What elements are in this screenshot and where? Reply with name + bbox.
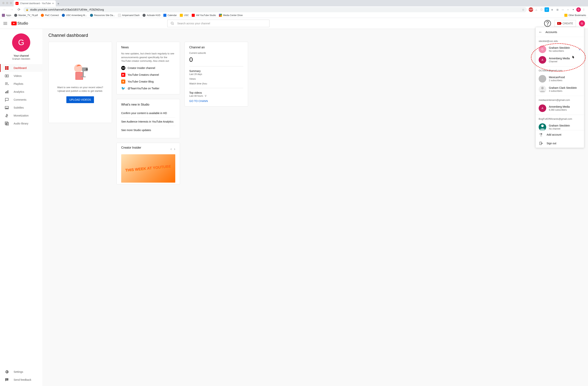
sidebar-item-monetization[interactable]: Monetization [0, 112, 42, 119]
search-input[interactable]: Search across your channel [167, 20, 270, 27]
account-avatar-icon [539, 123, 546, 130]
news-link-creator-blog[interactable]: B YouTube Creator Blog [121, 79, 175, 84]
news-link-creator-insider[interactable]: C/I Creator Insider channel [121, 66, 175, 70]
u-ext-icon[interactable]: U [545, 7, 549, 12]
creator-insider-title: Creator Insider [121, 146, 141, 149]
channel-block: G Your channel Graham Stecklein [0, 32, 42, 64]
other-bookmarks[interactable]: Other Bookmarks [564, 14, 586, 17]
nav-reload-icon[interactable]: ⟳ [16, 7, 21, 12]
browser-tab[interactable]: Channel dashboard - YouTube × [14, 0, 56, 6]
accounts-header: ← Accounts [536, 27, 584, 37]
channel-avatar[interactable]: G [12, 33, 30, 52]
account-group: BogFullOfWizards@gmail.com Graham Steckl… [536, 115, 584, 130]
bookmark-item[interactable]: Media Center Drive [219, 14, 243, 17]
bookmark-item[interactable]: Calendar [163, 14, 177, 17]
whats-new-item[interactable]: See more Studio updates [121, 126, 175, 134]
sidebar-item-subtitles[interactable]: Subtitles [0, 104, 42, 112]
drive-ext-icon[interactable]: △ [534, 7, 538, 12]
bookmark-bar: Apps Mander_TV_78.pdf PwC Connect USC An… [0, 13, 588, 18]
svg-point-3 [547, 25, 548, 25]
account-email: GCSteck@gmail.com [539, 68, 581, 74]
help-icon[interactable] [544, 20, 551, 27]
sidebar-item-audio[interactable]: Audio library [0, 119, 42, 127]
account-row[interactable]: Graham Stecklein No channel [539, 122, 581, 130]
go-to-analytics-link[interactable]: GO TO CHANN [189, 99, 208, 102]
bookmark-item[interactable]: USC Annenberg M... [62, 14, 87, 17]
views-row: Views [189, 77, 243, 80]
traffic-light-max[interactable] [10, 2, 12, 4]
traffic-light-close[interactable] [2, 2, 4, 4]
svg-rect-15 [6, 91, 7, 93]
grid-ext-icon[interactable]: ▦ [555, 7, 560, 12]
analytics-title: Channel an [189, 46, 243, 49]
info-ext-icon[interactable]: ⓘ [539, 7, 544, 12]
bookmark-item[interactable]: Ampersand Dash [118, 14, 140, 17]
profile-ext-icon[interactable]: G [576, 7, 581, 12]
tab-close-icon[interactable]: × [52, 2, 54, 5]
sidebar-item-feedback[interactable]: Send feedback [0, 376, 42, 384]
nav-forward-icon[interactable]: → [9, 7, 14, 12]
news-link-twitter[interactable]: 🐦 @TeamYouTube on Twitter [121, 86, 175, 91]
apps-bookmark[interactable]: Apps [2, 14, 11, 17]
camera-ext-icon[interactable]: ◉ [550, 7, 554, 12]
sidebar-item-playlists[interactable]: Playlists [0, 80, 42, 88]
sidebar-item-dashboard[interactable]: Dashboard [0, 64, 42, 72]
summary-period: Last 28 days [189, 73, 243, 76]
whats-new-item[interactable]: See Audience Interests in YouTube Analyt… [121, 117, 175, 126]
svg-rect-18 [6, 108, 7, 108]
account-avatar-icon: A [539, 56, 546, 64]
window-ext-icon[interactable]: ▭ [560, 7, 565, 12]
news-link-youtube-creators[interactable]: ▶ YouTube Creators channel [121, 73, 175, 77]
audio-library-icon [4, 121, 9, 126]
bookmark-item[interactable]: USC [180, 14, 189, 17]
sidebar-item-analytics[interactable]: Analytics [0, 88, 42, 96]
chevron-left-icon[interactable]: ‹ [170, 147, 172, 151]
bookmark-item[interactable]: Activate HUD [143, 14, 160, 17]
whats-new-title: What's new in Studio [121, 103, 175, 106]
creator-thumbnail[interactable]: THIS WEEK AT YOUTUBE [121, 154, 175, 183]
hamburger-menu-icon[interactable] [3, 21, 8, 26]
studio-logo[interactable]: Studio [11, 21, 28, 25]
dashboard-icon [4, 66, 9, 70]
account-email: mediacenterann@gmail.com [539, 98, 581, 103]
chevron-right-icon[interactable]: › [174, 147, 175, 151]
bookmark-item[interactable]: Mander_TV_78.pdf [14, 14, 38, 17]
svg-marker-9 [6, 75, 7, 77]
arrow-ext-icon[interactable]: » [566, 7, 570, 12]
address-bar-row: ← → ⟳ 🔒 studio.youtube.com/channel/UCBaG… [0, 6, 588, 13]
twitter-icon: 🐦 [121, 86, 125, 91]
account-row[interactable]: Graham Clark Stecklein 3 subscribers [539, 84, 581, 95]
account-row[interactable]: G Graham Stecklein No subscribers ✓ [539, 44, 581, 55]
back-arrow-icon[interactable]: ← [539, 30, 543, 34]
tab-strip: Channel dashboard - YouTube × + [0, 0, 588, 6]
new-tab-button[interactable]: + [56, 1, 61, 6]
bookmark-item[interactable]: AM YouTube Studio [192, 14, 216, 17]
sidebar-item-comments[interactable]: Comments [0, 96, 42, 104]
svg-rect-16 [8, 90, 8, 93]
sidebar-item-videos[interactable]: Videos [0, 72, 42, 80]
puzzle-ext-icon[interactable]: ✦ [571, 7, 575, 12]
create-button[interactable]: + CREATE [554, 20, 576, 27]
account-group: mediacenterann@gmail.com A Annenberg Med… [536, 96, 584, 115]
svg-point-0 [171, 22, 173, 24]
sidebar-item-settings[interactable]: Settings [0, 368, 42, 376]
add-account-button[interactable]: Add account [536, 130, 584, 139]
main-content: Channel dashboard Want to see metrics on… [42, 29, 588, 386]
nav-back-icon[interactable]: ← [2, 7, 7, 12]
omnibox[interactable]: 🔒 studio.youtube.com/channel/UCBaGGE07UE… [23, 7, 527, 12]
bookmark-item[interactable]: PwC Connect [41, 14, 59, 17]
traffic-light-min[interactable] [6, 2, 8, 4]
accounts-panel: ← Accounts stecklei@usc.edu G Graham Ste… [535, 27, 584, 148]
sign-out-button[interactable]: Sign out [536, 139, 584, 148]
account-avatar[interactable]: G [579, 20, 585, 26]
menu-ext-icon[interactable]: ⋮ [582, 7, 586, 12]
star-icon[interactable]: ☆ [522, 8, 525, 11]
bookmark-item[interactable]: Resources Site Da... [90, 14, 115, 17]
feedback-icon [4, 378, 9, 382]
upload-videos-button[interactable]: UPLOAD VIDEOS [66, 96, 94, 103]
account-row[interactable]: A Annenberg Media 9,360 subscribers [539, 103, 581, 114]
abp-ext-icon[interactable]: ABP [529, 7, 533, 12]
your-channel-label: Your channel [13, 54, 29, 57]
whats-new-item[interactable]: Confirm your content is available in HD [121, 109, 175, 117]
account-row[interactable]: MexicanFood 2 subscribers [539, 74, 581, 84]
